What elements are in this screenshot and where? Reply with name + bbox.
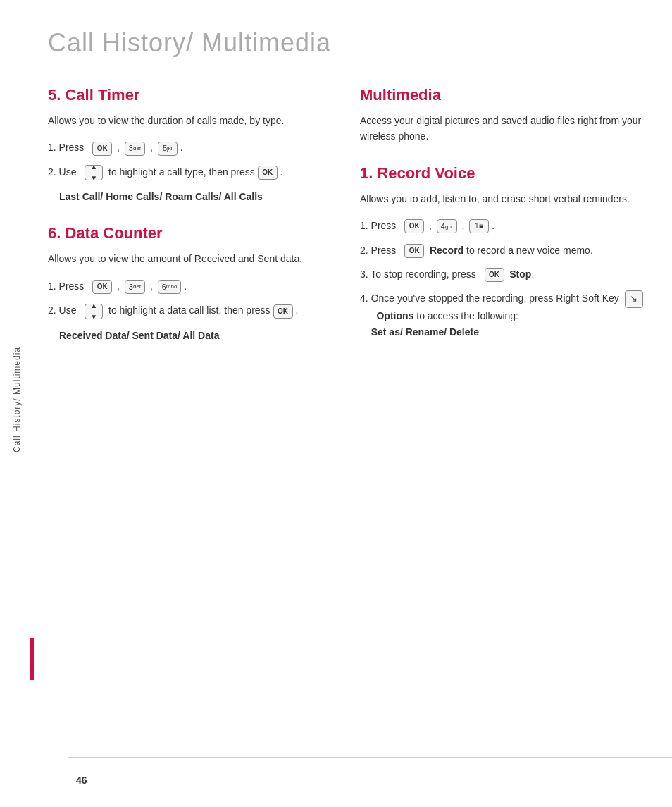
rv-step-num-3: 3. To stop recording, press [360,266,482,282]
rv-step-content-4: Once you've stopped the recording, press… [371,290,644,340]
ok-key-6-2: OK [273,304,293,319]
key-3def-6: 3def [125,280,145,294]
rv-step-num-2: 2. Press [360,242,402,258]
section-6-step-2: 2. Use ▲▼ to highlight a data call list,… [48,302,332,319]
ok-key-rv2: OK [404,244,424,258]
ok-key-2: OK [258,166,278,180]
record-voice-section: 1. Record Voice Allows you to add, liste… [360,164,644,340]
step-num-2: 2. Use [48,164,82,180]
multimedia-section: Multimedia Access your digital pictures … [360,86,644,144]
step-num-6-2: 2. Use [48,302,82,318]
step-content: OK , 3def , 5jkl . [92,140,332,155]
step-num: 1. Press [48,140,89,155]
section-6-description: Allows you to view the amount of Receive… [48,251,332,266]
sidebar: Call History/ Multimedia [0,0,34,807]
section-6-heading: 6. Data Counter [48,224,332,242]
rv-step-content-1: OK , 4ghi , 1▣ . [404,218,644,233]
key-3def: 3def [125,142,145,156]
step-num-6-1: 1. Press [48,278,89,294]
section-6: 6. Data Counter Allows you to view the a… [48,224,332,343]
rv-step-2: 2. Press OK Record to record a new voice… [360,242,644,258]
ok-key: OK [92,142,112,156]
record-voice-heading: 1. Record Voice [360,164,644,183]
rv-step-4: 4. Once you've stopped the recording, pr… [360,290,644,340]
right-column: Multimedia Access your digital pictures … [360,86,644,363]
section-5-step-2: 2. Use ▲▼ to highlight a call type, then… [48,164,332,180]
step-content-2: ▲▼ to highlight a call type, then press … [85,164,332,180]
rv-step-content-3: OK Stop. [485,266,645,282]
ok-key-rv1: OK [404,219,424,233]
page-number: 46 [76,775,87,786]
section-5: 5. Call Timer Allows you to view the dur… [48,86,332,204]
ok-key-6: OK [92,280,112,294]
soft-key-right: ↘ [625,290,643,308]
arrow-key: ▲▼ [85,165,103,180]
sidebar-label: Call History/ Multimedia [12,347,22,452]
rv-step-content-2: OK Record to record a new voice memo. [404,242,644,258]
stop-bold: Stop [509,269,531,280]
record-bold: Record [430,245,463,256]
columns-layout: 5. Call Timer Allows you to view the dur… [48,86,644,363]
section-5-step-1: 1. Press OK , 3def , 5jkl . [48,140,332,155]
step-content-6-1: OK , 3def , 6mno . [92,278,332,294]
arrow-key-6: ▲▼ [85,304,103,319]
multimedia-heading: Multimedia [360,86,644,104]
key-1: 1▣ [469,219,489,233]
rv-step-1: 1. Press OK , 4ghi , 1▣ . [360,218,644,233]
ok-key-rv3: OK [485,268,504,282]
rv-step-num-4: 4. [360,290,368,306]
rv-step-3: 3. To stop recording, press OK Stop. [360,266,644,282]
page-container: Call History/ Multimedia Call History/ M… [0,0,672,807]
left-column: 5. Call Timer Allows you to view the dur… [48,86,332,363]
step-content-6-2: ▲▼ to highlight a data call list, then p… [85,302,332,319]
section-6-step-1: 1. Press OK , 3def , 6mno . [48,278,332,294]
page-title: Call History/ Multimedia [48,28,644,58]
section-5-bold-item: Last Call/ Home Calls/ Roam Calls/ All C… [59,189,332,204]
main-content: Call History/ Multimedia 5. Call Timer A… [34,0,672,807]
section-6-bold-item: Received Data/ Sent Data/ All Data [59,328,332,343]
rv-bold-item: Set as/ Rename/ Delete [371,326,479,338]
bottom-divider [68,757,672,758]
record-voice-description: Allows you to add, listen to, and erase … [360,191,644,207]
options-bold: Options [376,310,413,321]
key-4ghi: 4ghi [437,219,457,233]
rv-step-num-1: 1. Press [360,218,402,233]
section-5-description: Allows you to view the duration of calls… [48,113,332,128]
key-5jkl: 5jkl [158,142,178,156]
section-5-heading: 5. Call Timer [48,86,332,104]
key-6mno: 6mno [158,280,182,294]
multimedia-description: Access your digital pictures and saved a… [360,113,644,144]
